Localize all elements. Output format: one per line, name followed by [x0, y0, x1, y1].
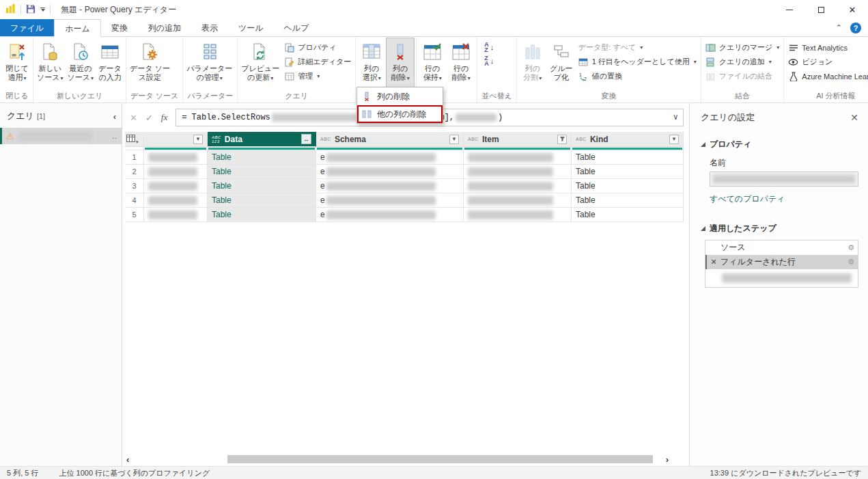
choose-columns-button[interactable]: 列の 選択▾ — [357, 38, 386, 91]
profiling-status[interactable]: 上位 1000 行に基づく列のプロファイリング — [59, 468, 210, 478]
use-first-row-button[interactable]: 1 行目をヘッダーとして使用▾ — [576, 55, 699, 68]
cell-redacted[interactable] — [144, 150, 208, 165]
tab-home[interactable]: ホーム — [54, 19, 101, 37]
tab-view[interactable]: 表示 — [191, 19, 228, 36]
merge-queries-button[interactable]: クエリのマージ▾ — [703, 41, 783, 54]
save-icon[interactable] — [26, 4, 36, 16]
close-settings-icon[interactable]: ✕ — [850, 112, 858, 123]
menu-item-remove-columns[interactable]: 列の削除 — [357, 87, 443, 105]
cell-kind[interactable]: Table — [572, 179, 684, 193]
close-button[interactable]: ✕ — [837, 0, 868, 19]
text-analytics-button[interactable]: Text Analytics — [785, 41, 868, 54]
cell-redacted[interactable] — [144, 165, 208, 179]
customize-toolbar-icon[interactable] — [40, 8, 45, 12]
replace-values-button[interactable]: 12 値の置換 — [576, 70, 699, 83]
cell-data-link[interactable]: Table — [208, 193, 316, 208]
properties-button[interactable]: プロパティ — [281, 41, 354, 54]
split-column-button[interactable]: 列の 分割▾ — [518, 38, 547, 91]
manage-query-button[interactable]: 管理▾ — [281, 70, 354, 83]
refresh-preview-button[interactable]: プレビュー の更新▾ — [239, 38, 281, 91]
manage-parameters-button[interactable]: パラメーター の管理▾ — [184, 38, 234, 91]
collapse-queries-panel-icon[interactable]: ‹ — [113, 111, 116, 122]
column-menu-icon[interactable]: ▼ — [449, 135, 459, 144]
collapse-ribbon-icon[interactable]: ⌃ — [836, 23, 842, 32]
append-queries-button[interactable]: クエリの追加▾ — [703, 55, 783, 68]
remove-rows-button[interactable]: 行の 削除▾ — [447, 38, 475, 91]
query-list-item[interactable]: ⚠ .. — [0, 128, 122, 144]
horizontal-scrollbar[interactable]: ‹ › — [125, 454, 684, 465]
cell-data-link[interactable]: Table — [208, 208, 316, 222]
column-header-kind[interactable]: ABC Kind ▼ — [572, 132, 684, 147]
expand-column-icon[interactable]: ↔ — [301, 134, 311, 144]
cell-redacted[interactable] — [144, 193, 208, 208]
column-menu-icon[interactable]: ▼ — [193, 135, 203, 144]
data-type-button[interactable]: データ型: すべて▾ — [576, 41, 699, 54]
scroll-left-icon[interactable]: ‹ — [126, 454, 129, 465]
cell-schema[interactable]: e — [316, 165, 464, 179]
delete-step-icon[interactable]: ✕ — [707, 258, 720, 266]
column-header-schema[interactable]: ABC Schema ▼ — [316, 132, 464, 147]
cell-item[interactable] — [464, 179, 572, 193]
cell-schema[interactable]: e — [316, 193, 464, 208]
column-header-redacted[interactable]: ▼ — [144, 132, 208, 147]
row-number[interactable]: 5 — [125, 208, 144, 222]
minimize-button[interactable] — [774, 0, 805, 19]
step-filtered-rows[interactable]: ✕ フィルターされた行 ⚙ — [705, 255, 858, 269]
menu-item-remove-other-columns[interactable]: 他の列の削除 — [357, 105, 443, 123]
combine-files-button[interactable]: ファイルの結合 — [703, 70, 783, 83]
group-by-button[interactable]: グルー プ化 — [547, 38, 576, 91]
tab-transform[interactable]: 変換 — [101, 19, 138, 36]
column-header-item[interactable]: ABC Item — [464, 132, 572, 147]
step-source[interactable]: ソース ⚙ — [705, 241, 858, 255]
cell-redacted[interactable] — [144, 208, 208, 222]
cell-item[interactable] — [464, 208, 572, 222]
table-select-all-button[interactable]: ▾ — [125, 132, 144, 147]
cell-kind[interactable]: Table — [572, 193, 684, 208]
scrollbar-thumb[interactable] — [227, 455, 653, 463]
column-menu-icon[interactable]: ▼ — [669, 135, 679, 144]
expand-formula-bar-icon[interactable]: ∨ — [673, 112, 678, 122]
cell-schema[interactable]: e — [316, 179, 464, 193]
all-properties-link[interactable]: すべてのプロパティ — [710, 193, 785, 205]
cell-redacted[interactable] — [144, 179, 208, 193]
row-number[interactable]: 4 — [125, 193, 144, 208]
data-source-settings-button[interactable]: データ ソー ス設定 — [128, 38, 172, 91]
cell-schema[interactable]: e — [316, 150, 464, 165]
tab-file[interactable]: ファイル — [0, 19, 54, 36]
confirm-formula-icon[interactable]: ✓ — [145, 113, 153, 123]
new-source-button[interactable]: 新しい ソース▾ — [35, 38, 66, 91]
remove-columns-button[interactable]: 列の 削除▾ — [386, 38, 415, 91]
row-number[interactable]: 2 — [125, 165, 144, 179]
vision-button[interactable]: ビジョン — [785, 55, 868, 68]
close-apply-button[interactable]: 閉じて 適用▾ — [3, 38, 31, 91]
cell-data-link[interactable]: Table — [208, 165, 316, 179]
sort-descending-button[interactable]: ZA↓ — [484, 55, 494, 66]
enter-data-button[interactable]: データ の入力 — [96, 38, 124, 91]
cell-item[interactable] — [464, 193, 572, 208]
cell-data-link[interactable]: Table — [208, 150, 316, 165]
help-icon[interactable]: ? — [850, 23, 861, 33]
keep-rows-button[interactable]: 行の 保持▾ — [418, 38, 447, 91]
scroll-right-icon[interactable]: › — [666, 454, 669, 465]
properties-section-header[interactable]: プロパティ — [701, 139, 858, 150]
query-item-overflow-icon[interactable]: .. — [112, 132, 117, 140]
step-settings-gear-icon[interactable]: ⚙ — [848, 243, 854, 252]
filter-applied-icon[interactable] — [557, 135, 567, 144]
cell-kind[interactable]: Table — [572, 208, 684, 222]
maximize-button[interactable] — [805, 0, 837, 19]
tab-add-column[interactable]: 列の追加 — [138, 19, 191, 36]
cell-schema[interactable]: e — [316, 208, 464, 222]
cancel-formula-icon[interactable]: ✕ — [130, 113, 137, 123]
cell-item[interactable] — [464, 150, 572, 165]
cell-kind[interactable]: Table — [572, 150, 684, 165]
advanced-editor-button[interactable]: 詳細エディター — [281, 55, 354, 68]
cell-data-link[interactable]: Table — [208, 179, 316, 193]
cell-kind[interactable]: Table — [572, 165, 684, 179]
sort-ascending-button[interactable]: AZ↓ — [484, 42, 494, 53]
row-number[interactable]: 3 — [125, 179, 144, 193]
step-settings-gear-icon[interactable]: ⚙ — [848, 258, 854, 266]
recent-sources-button[interactable]: 最近の ソース▾ — [66, 38, 96, 91]
column-header-data[interactable]: ABC123 Data ↔ — [208, 132, 316, 147]
step-redacted[interactable] — [705, 269, 858, 287]
azure-ml-button[interactable]: Azure Machine Learning — [785, 70, 868, 83]
